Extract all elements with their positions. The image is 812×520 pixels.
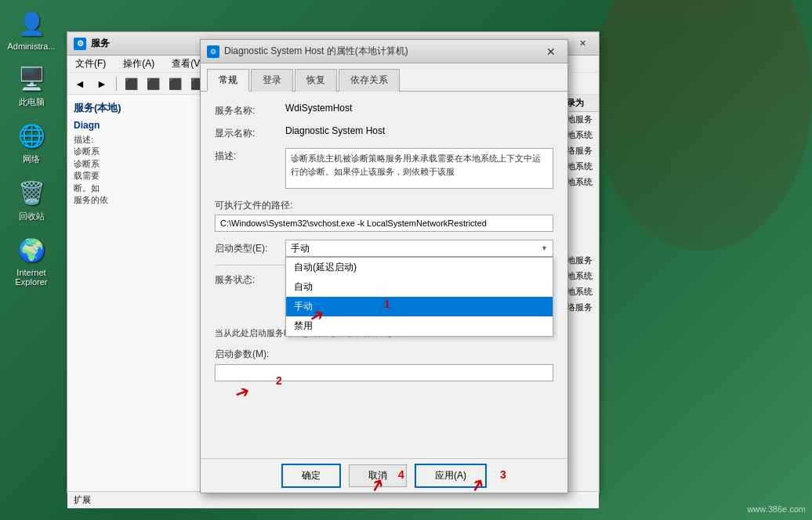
display-name-row: 显示名称: Diagnostic System Host (215, 125, 553, 140)
dropdown-item-manual[interactable]: 手动 (286, 297, 553, 316)
description-textarea[interactable]: 诊断系统主机被诊断策略服务用来承载需要在本地系统上下文中运行的诊断。如果停止该服… (285, 148, 553, 189)
administrator-desktop-icon[interactable]: 👤 Administra... (8, 8, 55, 51)
recycle-bin-icon: 🗑️ (16, 177, 47, 208)
computer-icon-label: 此电脑 (19, 96, 45, 108)
ie-icon-label: InternetExplorer (16, 268, 48, 287)
toolbar-icon1[interactable]: ⬛ (143, 75, 162, 92)
services-menu-action[interactable]: 操作(A) (118, 56, 159, 72)
step-number-1: 1 (384, 298, 390, 310)
watermark: www.386e.com (747, 504, 806, 514)
services-window-title: 服务 (91, 37, 110, 50)
toolbar-back-btn[interactable]: ◄ (71, 75, 89, 92)
param-section: 启动参数(M): (215, 348, 553, 381)
dialog-titlebar: ⚙ Diagnostic System Host 的属性(本地计算机) ✕ (201, 40, 567, 63)
properties-dialog: ⚙ Diagnostic System Host 的属性(本地计算机) ✕ 常规… (200, 39, 568, 493)
display-name-value: Diagnostic System Host (285, 125, 553, 136)
dialog-close-button[interactable]: ✕ (541, 44, 561, 60)
param-label: 启动参数(M): (215, 348, 553, 361)
dropdown-item-auto[interactable]: 自动 (286, 277, 553, 297)
exe-path-label: 可执行文件的路径: (215, 199, 553, 212)
dialog-title: Diagnostic System Host 的属性(本地计算机) (224, 45, 408, 58)
services-close-button[interactable]: ✕ (572, 36, 593, 52)
background-decoration (593, 0, 812, 313)
computer-icon: 🖥️ (16, 63, 47, 94)
exe-path-section: 可执行文件的路径: C:\Windows\System32\svchost.ex… (215, 199, 553, 232)
startup-type-dropdown[interactable]: 手动 (285, 240, 553, 257)
step-number-4: 4 (398, 468, 404, 481)
startup-type-label: 启动类型(E): (215, 242, 285, 255)
services-status-bar: 扩展 (67, 491, 599, 508)
recycle-desktop-icon[interactable]: 🗑️ 回收站 (8, 177, 55, 222)
param-input[interactable] (215, 364, 553, 381)
toolbar-refresh-btn[interactable]: ⬛ (121, 75, 140, 92)
toolbar-icon2[interactable]: ⬛ (165, 75, 184, 92)
service-name-value: WdiSystemHost (285, 103, 553, 114)
status-bar-text: 扩展 (74, 494, 91, 506)
dropdown-item-auto-delayed[interactable]: 自动(延迟启动) (286, 258, 553, 277)
toolbar-forward-btn[interactable]: ► (92, 75, 111, 92)
dialog-title-icon: ⚙ (207, 45, 219, 58)
service-name-label: 服务名称: (215, 103, 285, 117)
service-name-row: 服务名称: WdiSystemHost (215, 103, 553, 117)
startup-dropdown-menu: 自动(延迟启动) 自动 手动 禁用 (285, 257, 553, 337)
desktop: 👤 Administra... 🖥️ 此电脑 🌐 网络 🗑️ 回收站 🌍 Int… (0, 0, 812, 520)
ie-icon: 🌍 (16, 234, 47, 265)
recycle-icon-label: 回收站 (19, 211, 45, 222)
tab-general[interactable]: 常规 (207, 69, 249, 92)
startup-container: 手动 自动(延迟启动) 自动 手动 禁用 (285, 240, 553, 257)
dialog-tabs: 常规 登录 恢复 依存关系 (201, 63, 567, 92)
exe-path-value: C:\Windows\System32\svchost.exe -k Local… (215, 215, 553, 232)
tab-recovery[interactable]: 恢复 (295, 69, 337, 92)
step-number-3: 3 (500, 468, 506, 481)
dialog-content: 服务名称: WdiSystemHost 显示名称: Diagnostic Sys… (201, 92, 567, 474)
services-window-icon: ⚙ (74, 38, 86, 50)
network-icon-label: 网络 (23, 153, 40, 165)
desktop-icons: 👤 Administra... 🖥️ 此电脑 🌐 网络 🗑️ 回收站 🌍 Int… (8, 8, 55, 287)
network-desktop-icon[interactable]: 🌐 网络 (8, 120, 55, 165)
tab-dependencies[interactable]: 依存关系 (339, 69, 400, 92)
startup-type-current: 手动 (291, 242, 310, 255)
ie-desktop-icon[interactable]: 🌍 InternetExplorer (8, 234, 55, 287)
description-row: 描述: 诊断系统主机被诊断策略服务用来承载需要在本地系统上下文中运行的诊断。如果… (215, 148, 553, 191)
description-label: 描述: (215, 148, 285, 163)
description-wrapper: 诊断系统主机被诊断策略服务用来承载需要在本地系统上下文中运行的诊断。如果停止该服… (285, 148, 553, 191)
display-name-label: 显示名称: (215, 125, 285, 140)
tab-login[interactable]: 登录 (251, 69, 293, 92)
step-number-2: 2 (276, 374, 282, 387)
startup-type-row: 启动类型(E): 手动 自动(延迟启动) 自动 手动 禁用 (215, 240, 553, 257)
service-status-label: 服务状态: (215, 273, 285, 287)
ok-button[interactable]: 确定 (281, 464, 341, 488)
network-icon: 🌐 (16, 120, 47, 151)
admin-icon: 👤 (16, 8, 47, 39)
services-menu-file[interactable]: 文件(F) (71, 56, 111, 72)
computer-desktop-icon[interactable]: 🖥️ 此电脑 (8, 63, 55, 108)
admin-icon-label: Administra... (7, 42, 55, 51)
